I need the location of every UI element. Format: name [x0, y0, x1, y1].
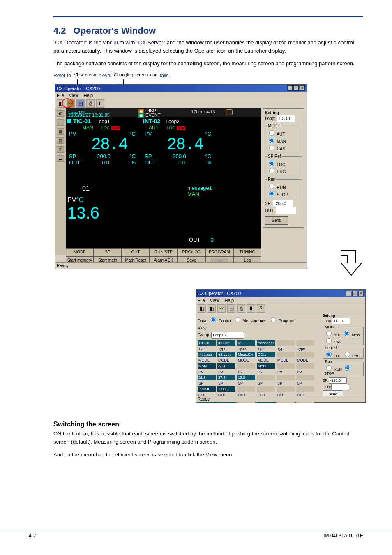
- body-lead: "CX Operator" is the vinculum with "CX-S…: [53, 39, 363, 55]
- btn-runstp[interactable]: RUN/STP: [150, 248, 178, 256]
- win2-menu-file[interactable]: File: [198, 298, 205, 303]
- menu-help[interactable]: Help: [83, 93, 93, 98]
- win2-menu-help[interactable]: Help: [224, 298, 234, 303]
- c2-sp-lbl: SP: [237, 381, 255, 386]
- spref-loc-radio[interactable]: [269, 161, 274, 166]
- win2-mode-aut[interactable]: [326, 331, 332, 336]
- trend-icon[interactable]: [226, 109, 233, 115]
- win2-title: CX Operator - CX200: [198, 291, 241, 296]
- win2-spref-loc[interactable]: [326, 352, 332, 357]
- win2-tb3-icon[interactable]: 〰: [217, 304, 226, 313]
- win2-loop-select[interactable]: [332, 318, 350, 324]
- win2-run-stop[interactable]: [345, 365, 350, 371]
- mode-aut-radio[interactable]: [269, 130, 274, 136]
- menu-file[interactable]: File: [57, 93, 64, 98]
- min-button[interactable]: _: [287, 85, 293, 91]
- radio-measurement-label: Measurement: [242, 319, 267, 323]
- c3-type-lbl: Type:: [257, 346, 275, 351]
- mode-man-radio[interactable]: [269, 138, 274, 143]
- win2-tb7-icon[interactable]: ?: [257, 304, 265, 313]
- c3-pv: [257, 375, 275, 380]
- set-sp-input[interactable]: [273, 200, 293, 207]
- view-label: View: [198, 326, 320, 330]
- btn-program[interactable]: PROGRAM: [205, 248, 233, 256]
- c4-pv: [277, 375, 295, 380]
- radio-control[interactable]: [211, 317, 216, 322]
- win2-run-legend: Run: [324, 359, 333, 364]
- btn-tuning[interactable]: TUNING: [233, 248, 261, 256]
- close-button[interactable]: ×: [300, 85, 305, 91]
- setting-loop-select[interactable]: [277, 115, 295, 122]
- toolbar-pause-icon[interactable]: ⏸: [96, 99, 104, 108]
- win2-min-button[interactable]: _: [346, 291, 351, 296]
- col-5: Type MODE PV SP OUT: [296, 340, 314, 403]
- loop2-pv-label: PV: [145, 131, 152, 137]
- btn-prgloc[interactable]: PRG/LOC: [178, 248, 205, 256]
- loop2-sp-unit: °C: [205, 153, 211, 159]
- win2-run-run[interactable]: [326, 365, 332, 371]
- win2-spref-prg-label: PRG: [352, 354, 360, 358]
- loop3-pv-unit: °C: [76, 196, 83, 203]
- win2-title-bar: CX Operator - CX200 _ □ ×: [196, 290, 365, 297]
- win2-menu-bar: File View Help: [196, 297, 365, 304]
- win2-tb1-icon[interactable]: ◧: [198, 304, 206, 313]
- spref-prg-label: PRG: [277, 170, 286, 174]
- window-title: CX Operator - CX200: [57, 86, 100, 91]
- c0-type: Int.Loop: [198, 352, 216, 357]
- toolbar-measure-icon[interactable]: 〰: [67, 99, 75, 108]
- win2-tb4-icon[interactable]: ▤: [227, 304, 235, 313]
- radio-program-label: Program: [279, 319, 294, 323]
- leftstrip-bar-icon[interactable]: ▥: [57, 137, 64, 144]
- run-run-radio[interactable]: [269, 184, 274, 189]
- col-4: Type MODE PV SP OUT: [277, 340, 295, 403]
- win2-spref-prg[interactable]: [345, 352, 350, 357]
- leftstrip-trend-icon[interactable]: 〰: [57, 119, 64, 126]
- leftstrip-list-icon[interactable]: ≣: [57, 155, 64, 162]
- btn-sp[interactable]: SP: [94, 248, 122, 256]
- btn-out[interactable]: OUT: [122, 248, 150, 256]
- loop2-pv-unit: °C: [205, 131, 211, 137]
- win2-tb2-icon[interactable]: ◧: [208, 304, 216, 313]
- loop3-pv-label: PV: [67, 196, 76, 203]
- loop1-sp-unit: °C: [129, 153, 136, 159]
- win2-close-button[interactable]: ×: [358, 291, 364, 296]
- win2-out-input[interactable]: [331, 384, 349, 390]
- max-button[interactable]: □: [293, 85, 299, 91]
- toolbar-program-icon[interactable]: ▤: [76, 99, 85, 108]
- spref-prg-radio[interactable]: [269, 168, 274, 173]
- ref-note: Refer to the screen of every types conce…: [53, 73, 363, 78]
- mode-man-label: MAN: [277, 139, 286, 144]
- run-stop-radio[interactable]: [269, 191, 274, 196]
- display-area: Loop1/2 2005/01/27 18:01:05 ▣ DISP ▣ EVE…: [66, 108, 261, 248]
- group-select[interactable]: [211, 332, 244, 339]
- win2-tb6-icon[interactable]: ⏸: [247, 304, 255, 313]
- leftstrip-hash-icon[interactable]: #: [57, 146, 64, 153]
- toolbar-print-icon[interactable]: ⎙: [86, 99, 95, 108]
- win2-sp-input[interactable]: [329, 377, 347, 384]
- c3-type: DO:1: [257, 352, 275, 357]
- switch-extra: And on the menu bar, the efficient scree…: [53, 451, 363, 459]
- leftstrip-gauge-icon[interactable]: ◐: [57, 110, 64, 117]
- radio-measurement[interactable]: [235, 317, 240, 322]
- menu-view[interactable]: View: [69, 93, 79, 98]
- toolbar: ◧ 〰 ▤ ⎙ ⏸: [55, 99, 307, 108]
- leftstrip-grid-icon[interactable]: ▦: [57, 128, 64, 135]
- radio-program[interactable]: [271, 317, 276, 322]
- toolbar-control-icon[interactable]: ◧: [57, 99, 65, 108]
- status-bar: Ready: [55, 262, 307, 269]
- win2-max-button[interactable]: □: [352, 291, 357, 296]
- event-label: EVENT: [145, 113, 161, 117]
- loop1-tag: TIC-01: [73, 118, 91, 124]
- win2-menu-view[interactable]: View: [210, 298, 220, 303]
- title-bar: CX Operator - CX200 _ □ ×: [55, 85, 307, 92]
- c5-sp: [296, 386, 314, 392]
- win2-mode-cas[interactable]: [326, 338, 332, 343]
- mode-cas-radio[interactable]: [269, 145, 274, 150]
- btn-mode[interactable]: MODE: [66, 248, 94, 256]
- win2-tb5-icon[interactable]: ⎙: [237, 304, 245, 313]
- loop1-mode: MAN: [82, 125, 93, 131]
- set-out-input[interactable]: [276, 207, 296, 214]
- loop1-out-label: OUT: [69, 159, 80, 166]
- send-button[interactable]: Send: [265, 216, 288, 225]
- win2-mode-man[interactable]: [344, 331, 349, 336]
